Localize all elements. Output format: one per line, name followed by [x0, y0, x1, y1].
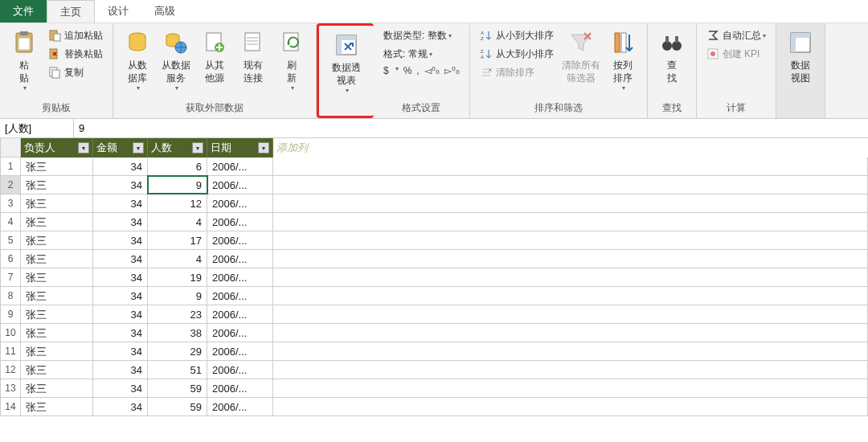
cell-owner[interactable]: 张三 — [21, 398, 93, 415]
cell-amount[interactable]: 34 — [93, 342, 148, 360]
cell-count[interactable]: 59 — [148, 398, 207, 415]
sort-desc-button[interactable]: ZA从大到小排序 — [475, 45, 559, 63]
clear-filters-button[interactable]: 清除所有 筛选器 — [559, 27, 604, 84]
tab-advanced[interactable]: 高级 — [141, 0, 188, 23]
filter-icon[interactable] — [258, 142, 269, 153]
cell-date[interactable]: 2006/... — [207, 361, 273, 379]
cell-amount[interactable]: 34 — [93, 379, 148, 397]
data-type-row[interactable]: 数据类型: 整数▾ — [379, 27, 465, 44]
row-header[interactable]: 7 — [0, 268, 21, 287]
cell-count[interactable]: 17 — [148, 231, 207, 249]
cell-amount[interactable]: 34 — [93, 361, 148, 379]
cell-date[interactable]: 2006/... — [207, 194, 273, 212]
col-header-count[interactable]: 人数 — [148, 138, 207, 158]
cell-date[interactable]: 2006/... — [207, 231, 273, 249]
cell-count[interactable]: 38 — [148, 324, 207, 342]
pivot-table-button[interactable]: 数据透 视表▾ — [324, 29, 369, 96]
sort-asc-button[interactable]: AZ从小到大排序 — [475, 27, 559, 44]
cell-date[interactable]: 2006/... — [207, 305, 273, 323]
from-other-button[interactable]: 从其 他源 — [195, 27, 234, 84]
cell-owner[interactable]: 张三 — [21, 305, 93, 323]
cell-empty[interactable] — [273, 342, 868, 360]
col-header-date[interactable]: 日期 — [207, 138, 273, 158]
cell-amount[interactable]: 34 — [93, 194, 148, 212]
col-header-owner[interactable]: 负责人 — [21, 138, 93, 158]
cell-empty[interactable] — [273, 324, 868, 342]
cell-empty[interactable] — [273, 398, 868, 415]
sort-by-col-button[interactable]: 按列 排序▾ — [604, 27, 642, 93]
paste-button[interactable]: 粘 贴▾ — [5, 27, 43, 93]
cell-amount[interactable]: 34 — [93, 231, 148, 249]
cell-empty[interactable] — [273, 361, 868, 379]
cell-count[interactable]: 9 — [148, 176, 207, 194]
cell-amount[interactable]: 34 — [93, 250, 148, 268]
comma-button[interactable]: , — [416, 65, 419, 76]
copy-button[interactable]: 复制 — [43, 63, 108, 81]
cell-owner[interactable]: 张三 — [21, 213, 93, 231]
tab-home[interactable]: 主页 — [47, 0, 95, 23]
cell-count[interactable]: 29 — [148, 342, 207, 360]
cell-amount[interactable]: 34 — [93, 158, 148, 175]
percent-button[interactable]: % — [403, 65, 412, 76]
cell-owner[interactable]: 张三 — [21, 361, 93, 379]
cell-count[interactable]: 12 — [148, 194, 207, 212]
cell-empty[interactable] — [273, 305, 868, 323]
find-button[interactable]: 查 找 — [653, 27, 691, 84]
row-header[interactable]: 14 — [0, 398, 21, 416]
tab-file[interactable]: 文件 — [0, 0, 47, 23]
cell-empty[interactable] — [273, 213, 868, 231]
cell-owner[interactable]: 张三 — [21, 158, 93, 175]
name-box[interactable]: [人数] — [0, 119, 74, 137]
cell-amount[interactable]: 34 — [93, 398, 148, 415]
cell-owner[interactable]: 张三 — [21, 287, 93, 305]
filter-icon[interactable] — [78, 142, 89, 153]
autosum-button[interactable]: 自动汇总▾ — [702, 27, 771, 44]
cell-empty[interactable] — [273, 176, 868, 194]
currency-button[interactable]: $ — [383, 65, 389, 76]
cell-date[interactable]: 2006/... — [207, 324, 273, 342]
cell-empty[interactable] — [273, 194, 868, 212]
cell-count[interactable]: 4 — [148, 250, 207, 268]
cell-owner[interactable]: 张三 — [21, 268, 93, 286]
select-all-corner[interactable] — [0, 138, 21, 158]
dec-decimal-button[interactable]: ▻⁰₀ — [444, 65, 460, 76]
existing-conn-button[interactable]: 现有 连接 — [234, 27, 272, 84]
append-paste-button[interactable]: 追加粘贴 — [43, 27, 108, 44]
cell-count[interactable]: 23 — [148, 305, 207, 323]
cell-amount[interactable]: 34 — [93, 213, 148, 231]
cell-date[interactable]: 2006/... — [207, 250, 273, 268]
row-header[interactable]: 9 — [0, 305, 21, 324]
cell-date[interactable]: 2006/... — [207, 342, 273, 360]
cell-amount[interactable]: 34 — [93, 305, 148, 323]
from-service-button[interactable]: 从数据 服务▾ — [157, 27, 195, 93]
row-header[interactable]: 10 — [0, 324, 21, 342]
cell-count[interactable]: 19 — [148, 268, 207, 286]
from-db-button[interactable]: 从数 据库▾ — [118, 27, 157, 93]
cell-count[interactable]: 4 — [148, 213, 207, 231]
cell-count[interactable]: 9 — [148, 287, 207, 305]
cell-empty[interactable] — [273, 268, 868, 286]
cell-amount[interactable]: 34 — [93, 324, 148, 342]
clear-sort-button[interactable]: 清除排序 — [475, 63, 559, 81]
kpi-button[interactable]: 创建 KPI — [702, 45, 771, 63]
cell-owner[interactable]: 张三 — [21, 250, 93, 268]
cell-date[interactable]: 2006/... — [207, 379, 273, 397]
cell-empty[interactable] — [273, 250, 868, 268]
format-row[interactable]: 格式: 常规▾ — [379, 45, 465, 63]
cell-count[interactable]: 6 — [148, 158, 207, 175]
cell-owner[interactable]: 张三 — [21, 194, 93, 212]
row-header[interactable]: 8 — [0, 287, 21, 305]
cell-empty[interactable] — [273, 287, 868, 305]
pivot-chart-button[interactable]: 数据 视图 — [781, 27, 820, 84]
cell-owner[interactable]: 张三 — [21, 176, 93, 194]
cell-amount[interactable]: 34 — [93, 287, 148, 305]
filter-icon[interactable] — [133, 142, 144, 153]
cell-amount[interactable]: 34 — [93, 268, 148, 286]
filter-icon[interactable] — [192, 142, 203, 153]
row-header[interactable]: 1 — [0, 158, 21, 176]
replace-paste-button[interactable]: 替换粘贴 — [43, 45, 108, 63]
cell-empty[interactable] — [273, 379, 868, 397]
row-header[interactable]: 4 — [0, 213, 21, 231]
col-header-amount[interactable]: 金额 — [93, 138, 148, 158]
formula-input[interactable]: 9 — [74, 119, 868, 137]
